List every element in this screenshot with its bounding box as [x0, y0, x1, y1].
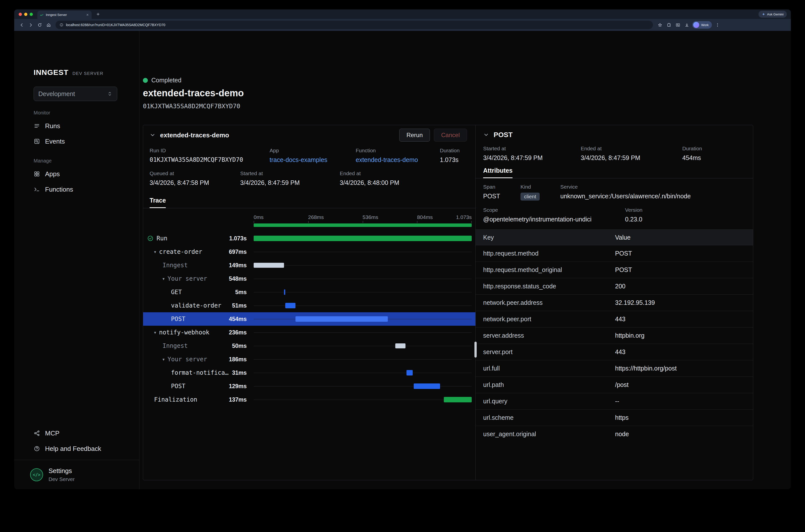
attribute-row-http-request-method: http.request.methodPOST: [476, 245, 753, 262]
span-panel-header: POST: [476, 125, 753, 145]
trace-row-track: [254, 312, 472, 326]
meta-value: 01KJXTWA35SA8D2MCQF7BXYD70: [150, 156, 269, 163]
trace-row-post[interactable]: POST454ms: [143, 312, 475, 326]
meta-value: 3/4/2026, 8:47:58 PM: [150, 179, 240, 186]
attribute-key: url.query: [476, 398, 615, 405]
meta-value: 0.23.0: [625, 216, 642, 223]
trace-overview-bar: [254, 223, 472, 227]
runs-icon: [34, 123, 40, 129]
events-icon: [34, 138, 40, 145]
sidebar-item-label: Help and Feedback: [45, 445, 101, 453]
sidebar-item-functions[interactable]: Functions: [34, 182, 132, 197]
trace-row-validate-order[interactable]: validate-order51ms: [143, 299, 475, 312]
trace-row-finalization[interactable]: Finalization137ms: [143, 393, 475, 406]
browser-tab[interactable]: Inngest Server: [37, 11, 92, 19]
attributes-table-header: Key Value: [476, 230, 753, 245]
search-tabs-icon[interactable]: [673, 20, 682, 30]
ask-gemini-label: Ask Gemini: [767, 13, 784, 16]
address-bar[interactable]: localhost:8288/run?runID=01KJXTWA35SA8D2…: [56, 21, 653, 29]
trace-row-create-order[interactable]: ▾create-order697ms: [143, 245, 475, 259]
site-info-icon[interactable]: [59, 23, 63, 27]
sidebar-item-runs[interactable]: Runs: [34, 118, 132, 134]
fullscreen-window-button[interactable]: [30, 13, 33, 16]
home-button[interactable]: [44, 20, 53, 30]
meta-value: 454ms: [682, 154, 702, 162]
meta-label: Span: [483, 184, 521, 190]
trace-row-duration: 236ms: [143, 329, 247, 336]
window-controls: [19, 13, 33, 16]
trace-row-run[interactable]: Run1.073s: [143, 232, 475, 245]
sidebar-item-mcp[interactable]: MCP: [34, 425, 101, 441]
trace-waterfall: 0ms268ms536ms804ms1.073s Run1.073s▾creat…: [143, 208, 475, 480]
attribute-row-network-peer-address: network.peer.address32.192.95.139: [476, 294, 753, 311]
reload-button[interactable]: [35, 20, 44, 30]
dev-server-settings-icon: </>: [30, 468, 43, 481]
tab-title: Inngest Server: [46, 13, 84, 17]
sidebar-item-apps[interactable]: Apps: [34, 166, 132, 182]
trace-row-format-notifica[interactable]: format-notifica…31ms: [143, 366, 475, 379]
tab-close-icon[interactable]: [86, 13, 89, 16]
trace-row-track: [254, 299, 472, 312]
attribute-row-server-port: server.port443: [476, 344, 753, 360]
collapse-chevron-icon[interactable]: [150, 132, 155, 138]
run-panel-title: extended-traces-demo: [160, 131, 395, 139]
trace-row-duration: 31ms: [143, 369, 247, 376]
trace-row-your-server[interactable]: ▾Your server186ms: [143, 353, 475, 366]
span-info-row: Scope@opentelemetry/instrumentation-undi…: [483, 207, 746, 223]
trace-row-duration: 697ms: [143, 249, 247, 255]
attribute-key: http.request.method: [476, 250, 615, 257]
span-collapse-chevron-icon[interactable]: [483, 132, 489, 138]
trace-row-notify-webhook[interactable]: ▾notify-webhook236ms: [143, 326, 475, 339]
environment-select[interactable]: Development: [34, 87, 117, 101]
back-button[interactable]: [17, 20, 26, 30]
meta-label: Queued at: [150, 170, 240, 176]
browser-toolbar: localhost:8288/run?runID=01KJXTWA35SA8D2…: [14, 19, 791, 31]
span-info-version: Version0.23.0: [625, 207, 642, 223]
rerun-button[interactable]: Rerun: [399, 129, 430, 141]
forward-button[interactable]: [26, 20, 35, 30]
browser-window: Inngest Server Ask Gemini: [14, 10, 791, 489]
trace-row-inngest[interactable]: Inngest50ms: [143, 339, 475, 353]
trace-row-inngest[interactable]: Inngest149ms: [143, 259, 475, 272]
meta-started-at: Started at3/4/2026, 8:47:59 PM: [240, 170, 340, 186]
trace-span-bar: [254, 236, 472, 241]
run-meta-row: Queued at3/4/2026, 8:47:58 PMStarted at3…: [150, 170, 469, 186]
meta-ended-at: Ended at3/4/2026, 8:48:00 PM: [340, 170, 399, 186]
sidebar-item-help-and-feedback[interactable]: Help and Feedback: [34, 441, 101, 456]
attribute-key: user_agent.original: [476, 431, 615, 438]
browser-menu-icon[interactable]: [713, 20, 722, 30]
downloads-icon[interactable]: [682, 20, 691, 30]
cancel-button[interactable]: Cancel: [434, 129, 467, 141]
meta-value: 1.073s: [440, 156, 460, 164]
trace-row-duration: 50ms: [143, 343, 247, 349]
trace-row-get[interactable]: GET5ms: [143, 285, 475, 299]
axis-tick-label: 268ms: [308, 214, 324, 220]
meta-value[interactable]: trace-docs-examples: [269, 156, 356, 164]
attribute-value: https: [615, 414, 753, 421]
trace-row-your-server[interactable]: ▾Your server548ms: [143, 272, 475, 285]
span-info-span: SpanPOST: [483, 184, 521, 201]
meta-value[interactable]: extended-traces-demo: [356, 156, 440, 164]
axis-tick-label: 0ms: [254, 214, 264, 220]
ask-gemini-button[interactable]: Ask Gemini: [759, 11, 787, 18]
tab-trace[interactable]: Trace: [150, 197, 166, 208]
pane-resize-handle[interactable]: [474, 342, 477, 358]
tab-attributes[interactable]: Attributes: [483, 167, 512, 178]
trace-row-track: [254, 339, 472, 353]
close-window-button[interactable]: [19, 13, 22, 16]
meta-label: Function: [356, 148, 440, 154]
trace-row-track: [254, 245, 472, 259]
span-title: POST: [493, 131, 512, 139]
new-tab-button[interactable]: [95, 11, 101, 18]
minimize-window-button[interactable]: [24, 13, 27, 16]
trace-row-post[interactable]: POST129ms: [143, 379, 475, 393]
extensions-icon[interactable]: [664, 20, 673, 30]
attribute-row-url-scheme: url.schemehttps: [476, 409, 753, 426]
profile-chip[interactable]: Work: [692, 21, 712, 28]
sidebar-item-events[interactable]: Events: [34, 134, 132, 149]
sidebar-settings[interactable]: </> Settings Dev Server: [14, 460, 139, 489]
bookmark-star-icon[interactable]: [655, 20, 664, 30]
key-column-header: Key: [476, 234, 615, 241]
attribute-row-http-response-status-code: http.response.status_code200: [476, 278, 753, 294]
trace-span-bar: [407, 370, 413, 376]
